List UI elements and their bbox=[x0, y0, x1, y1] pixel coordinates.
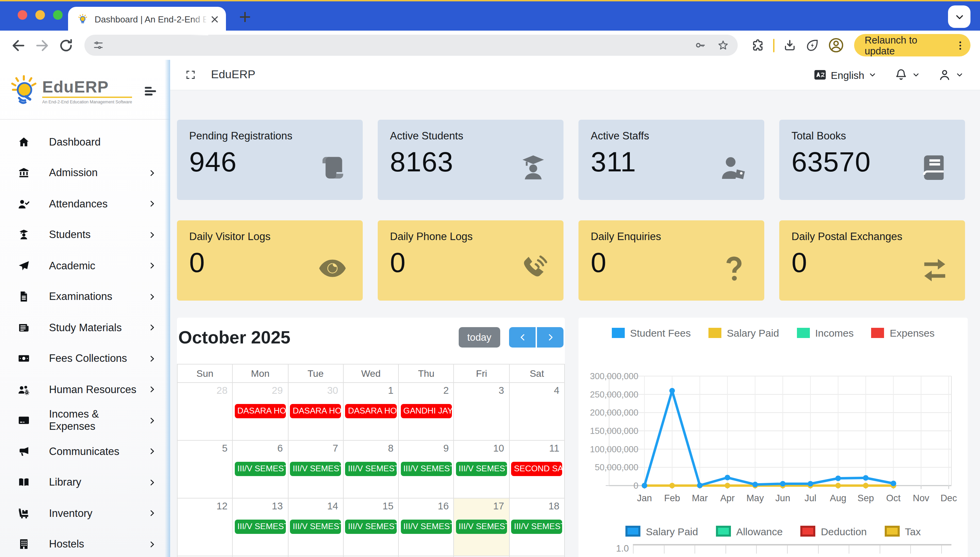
calendar-day-cell[interactable]: 16III/V SEMESTE bbox=[399, 498, 454, 556]
password-key-icon[interactable] bbox=[694, 39, 707, 52]
toolbar-right: Relaunch to update bbox=[746, 34, 970, 57]
site-settings-icon[interactable] bbox=[93, 39, 104, 51]
profile-avatar-icon[interactable] bbox=[828, 37, 845, 54]
calendar-event[interactable]: III/V SEMESTE bbox=[400, 520, 452, 534]
notifications-menu[interactable] bbox=[894, 68, 920, 81]
question-icon bbox=[719, 253, 749, 283]
calendar-day-cell[interactable]: 9III/V SEMESTE bbox=[399, 441, 454, 498]
sidebar-item-library[interactable]: Library bbox=[0, 467, 170, 498]
pinned-extension-separator bbox=[773, 38, 775, 52]
energy-saver-leaf-icon[interactable] bbox=[805, 38, 820, 52]
calendar-day-number: 12 bbox=[178, 498, 232, 511]
calendar-day-cell[interactable]: 8III/V SEMESTE bbox=[344, 441, 399, 498]
close-window-button[interactable] bbox=[18, 10, 27, 20]
calendar-day-cell[interactable]: 11SECOND SATU bbox=[510, 441, 565, 498]
brand-logo[interactable]: EduERP An End-2-End Education Management… bbox=[10, 74, 132, 108]
calendar-event[interactable]: III/V SEMESTE bbox=[456, 462, 507, 476]
chevron-right-icon bbox=[148, 231, 157, 239]
calendar-today-button[interactable]: today bbox=[458, 327, 500, 347]
url-input[interactable] bbox=[104, 39, 684, 51]
sidebar-item-study-materials[interactable]: Study Materials bbox=[0, 312, 170, 343]
calendar-event[interactable]: DASARA HOL bbox=[290, 404, 341, 418]
user-menu[interactable] bbox=[938, 68, 964, 81]
calendar-day-cell[interactable]: 7III/V SEMESTE bbox=[288, 441, 344, 498]
calendar-event[interactable]: III/V SEMESTE bbox=[235, 520, 286, 534]
sidebar-item-examinations[interactable]: Examinations bbox=[0, 281, 170, 312]
bookmark-star-icon[interactable] bbox=[716, 39, 729, 52]
calendar-day-cell[interactable]: 29DASARA HOL bbox=[233, 383, 289, 441]
svg-text:Aug: Aug bbox=[830, 493, 846, 503]
calendar-day-cell[interactable]: 4 bbox=[510, 383, 565, 441]
maximize-window-button[interactable] bbox=[53, 10, 63, 20]
calendar-event[interactable]: III/V SEMESTE bbox=[511, 520, 562, 534]
calendar-day-cell[interactable]: 30DASARA HOL bbox=[288, 383, 344, 441]
sidebar-item-communicates[interactable]: Communicates bbox=[0, 436, 170, 467]
sidebar-item-inventory[interactable]: Inventory bbox=[0, 498, 170, 529]
brand-bulb-icon bbox=[10, 74, 39, 108]
browser-tab[interactable]: Dashboard | An End-2-End Ed bbox=[68, 7, 226, 32]
sidebar-item-academic[interactable]: Academic bbox=[0, 250, 170, 281]
calendar-prev-button[interactable] bbox=[509, 327, 536, 347]
language-selector[interactable]: English bbox=[813, 68, 877, 81]
new-tab-button[interactable] bbox=[237, 9, 253, 25]
window-controls bbox=[18, 10, 63, 20]
calendar-day-cell[interactable]: 14III/V SEMESTE bbox=[288, 498, 344, 556]
calendar-day-cell[interactable]: 15III/V SEMESTE bbox=[344, 498, 399, 556]
calendar-event[interactable]: DASARA HOL bbox=[235, 404, 286, 418]
calendar-event[interactable]: GANDHI JAYA bbox=[400, 404, 452, 418]
card-active-staffs: Active Staffs311 bbox=[578, 120, 764, 200]
tab-title: Dashboard | An End-2-End Ed bbox=[95, 14, 206, 24]
calendar-day-cell[interactable]: 3 bbox=[454, 383, 510, 441]
tab-search-button[interactable] bbox=[948, 5, 970, 28]
tab-close-icon[interactable] bbox=[209, 14, 220, 25]
book-icon bbox=[920, 152, 950, 183]
sidebar-toggle-hamburger-icon[interactable] bbox=[143, 83, 158, 98]
calendar-day-cell[interactable]: 10III/V SEMESTE bbox=[454, 441, 510, 498]
calendar-next-button[interactable] bbox=[537, 327, 564, 347]
calendar-day-cell[interactable]: 2GANDHI JAYA bbox=[399, 383, 454, 441]
calendar-event[interactable]: III/V SEMESTE bbox=[400, 462, 452, 476]
sidebar-item-admission[interactable]: Admission bbox=[0, 158, 170, 188]
browser-menu-dots-icon[interactable] bbox=[954, 39, 966, 51]
relaunch-to-update-button[interactable]: Relaunch to update bbox=[854, 34, 970, 57]
back-button[interactable] bbox=[10, 36, 27, 54]
sidebar-item-dashboard[interactable]: Dashboard bbox=[0, 127, 170, 158]
sidebar-item-human-resources[interactable]: Human Resources bbox=[0, 374, 170, 405]
fullscreen-expand-icon[interactable] bbox=[185, 69, 196, 80]
legend-label: Incomes bbox=[815, 327, 853, 338]
calendar-day-cell[interactable]: 6III/V SEMESTE bbox=[233, 441, 289, 498]
extensions-puzzle-icon[interactable] bbox=[750, 38, 764, 52]
sidebar-item-attendances[interactable]: Attendances bbox=[0, 188, 170, 219]
calendar-event[interactable]: III/V SEMESTE bbox=[345, 520, 397, 534]
calendar-event[interactable]: DASARA HOL bbox=[345, 404, 397, 418]
calendar-event[interactable]: III/V SEMESTE bbox=[290, 462, 341, 476]
calendar-day-cell[interactable]: 17III/V SEMESTE bbox=[454, 498, 510, 556]
calendar-day-number: 3 bbox=[454, 383, 509, 396]
calendar-event[interactable]: III/V SEMESTE bbox=[345, 462, 397, 476]
sidebar-item-fees-collections[interactable]: Fees Collections bbox=[0, 343, 170, 374]
reload-button[interactable] bbox=[57, 36, 75, 54]
calendar-day-cell[interactable]: 18III/V SEMESTE bbox=[510, 498, 565, 556]
minimize-window-button[interactable] bbox=[35, 10, 45, 20]
sidebar-item-students[interactable]: Students bbox=[0, 219, 170, 250]
calendar-event[interactable]: III/V SEMESTE bbox=[456, 520, 507, 534]
calendar-day-cell[interactable]: 28 bbox=[178, 383, 233, 441]
calendar-day-cell[interactable]: 13III/V SEMESTE bbox=[233, 498, 289, 556]
calendar-day-cell[interactable]: 1DASARA HOL bbox=[344, 383, 399, 441]
calendar-day-cell[interactable]: 12 bbox=[178, 498, 233, 556]
forward-button[interactable] bbox=[33, 36, 51, 54]
calendar-day-cell[interactable]: 5 bbox=[178, 441, 233, 498]
chevron-right-icon bbox=[148, 385, 157, 394]
translate-icon bbox=[813, 68, 827, 81]
sidebar-item-incomes-expenses[interactable]: Incomes & Expenses bbox=[0, 405, 170, 436]
calendar-event[interactable]: III/V SEMESTE bbox=[235, 462, 286, 476]
downloads-icon[interactable] bbox=[783, 38, 797, 52]
tab-title-fade bbox=[191, 14, 208, 35]
address-bar[interactable] bbox=[84, 35, 737, 56]
svg-text:200,000,000: 200,000,000 bbox=[590, 408, 639, 417]
calendar-event[interactable]: III/V SEMESTE bbox=[290, 520, 341, 534]
svg-text:0: 0 bbox=[634, 481, 639, 490]
finance-chart-legend: Student FeesSalary PaidIncomesExpenses bbox=[584, 326, 962, 339]
sidebar-item-hostels[interactable]: Hostels bbox=[0, 529, 170, 557]
calendar-event[interactable]: SECOND SATU bbox=[511, 462, 562, 476]
